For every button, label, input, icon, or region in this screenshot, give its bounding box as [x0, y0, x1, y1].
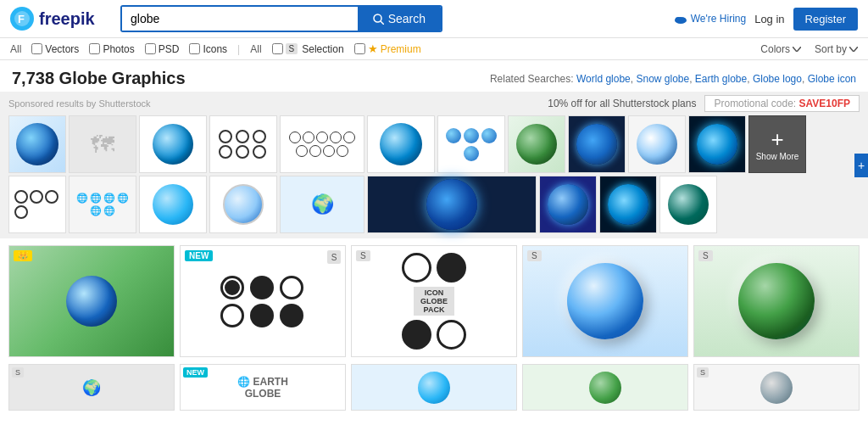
results-header: 7,738 Globe Graphics Related Searches: W… — [0, 60, 868, 92]
logo[interactable]: F freepik — [10, 7, 112, 31]
related-world-globe[interactable]: World globe — [576, 73, 631, 85]
sponsored-item[interactable] — [659, 176, 717, 233]
logo-text: freepik — [39, 9, 95, 29]
map-img: 🗺 — [91, 131, 114, 159]
bottom-card-4[interactable] — [522, 364, 688, 411]
sponsored-item[interactable] — [628, 115, 686, 173]
card-image-1 — [9, 246, 174, 356]
card-image-2 — [181, 246, 345, 356]
search-button-label: Search — [388, 12, 426, 25]
sponsored-item[interactable] — [209, 115, 277, 173]
sponsored-item[interactable] — [139, 176, 207, 233]
bottom-row: 🌍 S 🌐 EARTHGLOBE NEW S — [0, 364, 868, 417]
related-earth-globe[interactable]: Earth globe — [695, 73, 747, 85]
sponsored-item[interactable] — [539, 176, 597, 233]
bottom-card-5[interactable]: S — [693, 364, 860, 411]
globe-img — [16, 123, 58, 165]
promo-area: 10% off for all Shutterstock plans Promo… — [548, 95, 860, 112]
sponsored-section: Sponsored results by Shutterstock 10% of… — [0, 92, 868, 238]
sponsored-item[interactable] — [688, 115, 746, 173]
sponsored-item[interactable] — [139, 115, 207, 173]
globe-green — [516, 124, 557, 165]
result-card-5[interactable]: S — [693, 245, 860, 357]
filter-photos[interactable]: Photos — [89, 43, 134, 55]
globe-white — [637, 124, 677, 165]
chevron-down-icon — [793, 47, 801, 52]
card-badge-s3: S — [527, 250, 542, 261]
sponsored-item[interactable] — [568, 115, 626, 173]
hiring-label: We're Hiring — [691, 13, 746, 25]
related-globe-logo[interactable]: Globe logo — [753, 73, 802, 85]
register-button[interactable]: Register — [793, 8, 858, 31]
card-image-3: ICONGLOBEPACK — [352, 246, 516, 356]
filter-all2[interactable]: All — [250, 43, 261, 55]
filter-icons[interactable]: Icons — [189, 43, 227, 55]
results-title: 7,738 Globe Graphics — [12, 69, 186, 88]
sponsored-item[interactable] — [8, 115, 66, 173]
search-input[interactable] — [122, 7, 358, 31]
search-icon — [373, 14, 384, 25]
sponsored-item[interactable] — [508, 115, 565, 173]
related-searches: Related Searches: World globe, Snow glob… — [490, 73, 856, 85]
card-badge-s4: S — [698, 250, 713, 261]
small-globes — [442, 128, 501, 161]
result-card-3[interactable]: ICONGLOBEPACK S — [351, 245, 517, 357]
result-card-4[interactable]: S — [522, 245, 688, 357]
bottom-card-2[interactable]: 🌐 EARTHGLOBE NEW — [180, 364, 346, 411]
sponsored-item[interactable]: 🗺 — [69, 115, 136, 173]
promo-box: Promotional code: SAVE10FP — [704, 95, 860, 112]
search-button[interactable]: Search — [358, 7, 441, 31]
svg-point-2 — [374, 14, 381, 22]
sponsored-item[interactable] — [599, 176, 657, 233]
related-snow-globe[interactable]: Snow globe — [636, 73, 689, 85]
expand-button[interactable]: + — [854, 154, 868, 177]
card-badge-new: NEW — [185, 250, 213, 261]
globe-tech — [576, 124, 617, 165]
main-results-grid: 👑 NEW S ICONGLOBEPACK — [0, 238, 868, 364]
card-image-4 — [523, 246, 687, 356]
sponsored-item[interactable] — [280, 115, 364, 173]
header-right: We're Hiring Log in Register — [674, 8, 858, 31]
show-more-cell[interactable]: + Show More — [748, 115, 806, 173]
bottom-card-1[interactable]: 🌍 S — [8, 364, 175, 411]
login-link[interactable]: Log in — [754, 13, 784, 25]
svg-point-5 — [675, 17, 681, 22]
hiring-link[interactable]: We're Hiring — [674, 13, 746, 25]
card-badge-s2: S — [356, 250, 370, 261]
cloud-icon — [674, 14, 687, 24]
chevron-down-icon2 — [849, 47, 858, 52]
icons-set — [284, 131, 360, 157]
premium-star-icon: ★ — [368, 42, 378, 55]
svg-point-6 — [681, 18, 686, 22]
filter-vectors[interactable]: Vectors — [31, 43, 79, 55]
sponsored-item[interactable] — [8, 176, 66, 233]
result-card-2[interactable]: NEW S — [180, 245, 346, 357]
sortby-dropdown[interactable]: Sort by — [815, 43, 858, 55]
filter-psd[interactable]: PSD — [145, 43, 180, 55]
result-card-1[interactable]: 👑 — [8, 245, 175, 357]
bottom-badge-new2: NEW — [183, 367, 208, 378]
svg-text:F: F — [18, 13, 25, 25]
bottom-card-3[interactable] — [351, 364, 517, 411]
colors-dropdown[interactable]: Colors — [760, 43, 801, 55]
icons-grid — [219, 130, 268, 159]
promo-code: SAVE10FP — [799, 98, 850, 109]
sponsored-grid-row1: 🗺 — [8, 115, 860, 173]
header: F freepik Search We're Hiring Log in Reg… — [0, 0, 868, 38]
bottom-badge-s5: S — [697, 367, 709, 378]
sponsored-item[interactable]: 🌐 🌐 🌐 🌐 🌐 🌐 — [69, 176, 136, 233]
related-globe-icon[interactable]: Globe icon — [808, 73, 856, 85]
globe-img3 — [380, 123, 422, 165]
sponsored-item[interactable] — [437, 115, 505, 173]
filter-premium[interactable]: ★ Premium — [354, 42, 421, 55]
sponsored-item[interactable] — [367, 176, 537, 233]
logo-icon: F — [10, 7, 34, 31]
svg-line-3 — [381, 21, 384, 25]
filter-selection[interactable]: S Selection — [272, 43, 344, 55]
sponsored-item[interactable] — [367, 115, 435, 173]
sponsored-item[interactable]: 🌍 — [280, 176, 364, 233]
card-badge-crown: 👑 — [14, 250, 32, 261]
card-badge-s: S — [327, 250, 341, 264]
sponsored-item[interactable] — [209, 176, 277, 233]
filter-all[interactable]: All — [10, 43, 21, 55]
